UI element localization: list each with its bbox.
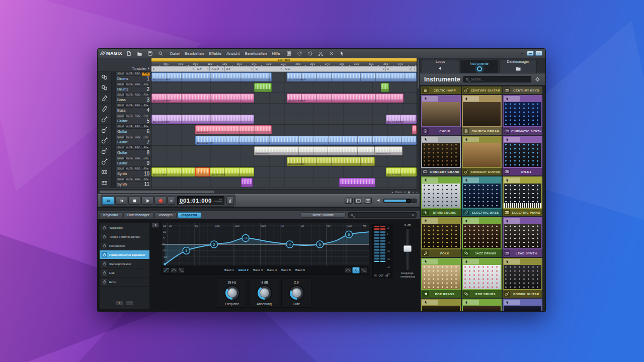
fx-button[interactable]: FX▾: [142, 136, 150, 139]
close-icon[interactable]: ✕: [412, 213, 414, 217]
mute-button[interactable]: MUTE: [125, 178, 133, 182]
instrument-tile-partial[interactable]: [421, 299, 461, 312]
chord-segment[interactable]: A,C▾: [283, 66, 386, 71]
track-lane-drums-1[interactable]: Akai Drums O.HDPAkai Drums O.HDP: [151, 72, 417, 82]
instrument-tile-concert-grand[interactable]: CONCERT GRAND: [421, 136, 461, 175]
output-gain-thumb[interactable]: [404, 245, 412, 252]
fx-button[interactable]: FX▾: [142, 104, 150, 108]
power-icon[interactable]: [102, 225, 107, 230]
fit-icon[interactable]: ▣: [408, 191, 410, 194]
audio-clip[interactable]: [254, 83, 272, 92]
redo-icon[interactable]: [296, 50, 303, 57]
zoom-controls[interactable]: ▸ Zoom ▾ ▣ + −: [392, 191, 420, 194]
instrument-tile-partial[interactable]: [462, 299, 502, 312]
chord-segment[interactable]: e▾: [386, 66, 412, 71]
fx-button[interactable]: FX▾: [142, 72, 150, 76]
stop-button[interactable]: [128, 197, 140, 205]
skip-to-start-button[interactable]: [115, 197, 127, 205]
audio-clip[interactable]: [381, 83, 389, 92]
instrument-image[interactable]: [503, 217, 542, 249]
horizontal-scrollbar[interactable]: ▸ Zoom ▾ ▣ + −: [98, 189, 420, 194]
track-lane-bass-4[interactable]: [151, 104, 417, 114]
audio-clip[interactable]: Akai Guit A 3.HDP: [386, 115, 417, 124]
fx-button[interactable]: FX▾: [142, 83, 150, 86]
rec-button[interactable]: REC: [134, 178, 142, 182]
fx-button[interactable]: FX▾: [142, 178, 150, 182]
delete-icon[interactable]: [328, 50, 335, 57]
rec-button[interactable]: REC: [134, 104, 142, 108]
search-input[interactable]: [470, 77, 529, 81]
zoom-in-icon[interactable]: +: [413, 191, 414, 194]
eq-graph[interactable]: 20501002005001k2k5k10kHz151050-5-1012345…: [162, 223, 369, 265]
fx-button[interactable]: FX▾: [142, 167, 150, 171]
solo-button[interactable]: SOLO: [117, 83, 125, 86]
audio-clip[interactable]: Akai Drums O.HDP: [287, 72, 417, 81]
instrument-tile-lead-synth[interactable]: LEAD SYNTH: [503, 217, 542, 257]
instrument-image[interactable]: [503, 95, 542, 127]
instrument-image[interactable]: [421, 299, 461, 312]
instrument-image[interactable]: [503, 258, 542, 290]
sounds-search[interactable]: ✕: [348, 212, 417, 218]
track-lane-drums-2[interactable]: [151, 82, 417, 93]
collapse-arrow-button[interactable]: ➜: [151, 223, 159, 228]
loop-range-bar[interactable]: 110 Takte: [151, 58, 417, 62]
chord-segment[interactable]: A,C,#▾: [210, 66, 224, 71]
rec-button[interactable]: REC: [134, 72, 142, 76]
mute-button[interactable]: MUTE: [125, 167, 133, 171]
effect-echo[interactable]: Echo: [100, 278, 149, 287]
more-sounds-button[interactable]: Mehr Sounds: [300, 212, 346, 218]
undo-icon[interactable]: [306, 50, 314, 57]
gear-icon[interactable]: [534, 76, 541, 83]
audio-clip[interactable]: Akai Guit A 3.HDP: [287, 157, 375, 166]
tab-instrumente[interactable]: Instrumente: [460, 60, 498, 73]
rec-button[interactable]: REC: [134, 157, 142, 160]
knob-control-g-te[interactable]: [289, 285, 304, 301]
audio-clip[interactable]: [339, 178, 376, 187]
mute-button[interactable]: MUTE: [125, 72, 133, 76]
audio-clip[interactable]: Akai Guit A 3.HDP: [195, 136, 417, 145]
fx-button[interactable]: FX▾: [142, 115, 150, 118]
band-tab-band-6[interactable]: Band 6: [295, 268, 305, 272]
instrument-image[interactable]: [421, 217, 461, 249]
mute-button[interactable]: MUTE: [125, 136, 133, 139]
tab-dateimanager[interactable]: Dateimanager: [499, 60, 537, 73]
mute-button[interactable]: MUTE: [125, 115, 133, 118]
instrument-tile-pop-brass[interactable]: POP BRASS: [421, 258, 461, 298]
save-icon[interactable]: [146, 50, 154, 57]
solo-button[interactable]: SOLO: [117, 104, 125, 108]
power-icon[interactable]: [102, 234, 107, 239]
metronome-button[interactable]: [226, 197, 234, 205]
instrument-tile-pop-drums[interactable]: POP DRUMS: [462, 258, 502, 298]
mute-button[interactable]: MUTE: [125, 157, 133, 160]
solo-button[interactable]: SOLO: [117, 125, 125, 129]
lowshelf-filter-button[interactable]: [171, 267, 177, 273]
audio-clip[interactable]: Akai FX 3.HDP: [386, 167, 417, 176]
record-mode-button[interactable]: [168, 197, 175, 205]
menu-bearbeiten[interactable]: Bearbeiten: [182, 51, 207, 56]
instrument-tile-choir[interactable]: CHOIR: [421, 95, 461, 135]
instrument-tile-church-organ[interactable]: CHURCH ORGAN: [462, 95, 502, 135]
effect-vocaltune[interactable]: VocalTune: [100, 223, 149, 232]
mute-button[interactable]: MUTE: [125, 94, 133, 97]
instrument-tile-cinematic-synth[interactable]: CINEMATIC SYNTH: [503, 95, 542, 135]
band-tab-band-5[interactable]: Band 5: [281, 268, 291, 272]
audio-clip[interactable]: Akai Bass A 3.HDP: [151, 94, 254, 103]
band-tab-band-2[interactable]: Band 2: [238, 268, 249, 272]
new-file-icon[interactable]: [125, 50, 133, 57]
menu-bereitstellen[interactable]: Bereitstellen: [242, 51, 269, 56]
mute-button[interactable]: MUTE: [125, 104, 133, 108]
instrument-image[interactable]: [462, 258, 502, 290]
audio-clip[interactable]: [241, 178, 253, 187]
effect-kompressor[interactable]: Kompressor: [100, 241, 149, 250]
track-lane-guitar-9[interactable]: Akai Guit A 3.HDP: [151, 156, 417, 167]
fx-button[interactable]: FX▾: [142, 94, 150, 97]
menu-ansicht[interactable]: Ansicht: [224, 51, 242, 56]
instrument-tile-drum-engine[interactable]: DRUM ENGINE: [421, 176, 461, 216]
effect-tempo-pitch-resample[interactable]: Tempo-Pitch/Resample: [100, 232, 149, 241]
instrument-tile-electric-piano[interactable]: ELECTRIC PIANO: [503, 176, 542, 216]
minimize-button[interactable]: ▬: [527, 51, 534, 56]
instrument-search[interactable]: [463, 76, 531, 82]
solo-button[interactable]: SOLO: [117, 157, 125, 160]
instrument-image[interactable]: [503, 176, 542, 209]
solo-button[interactable]: SOLO: [117, 146, 125, 150]
